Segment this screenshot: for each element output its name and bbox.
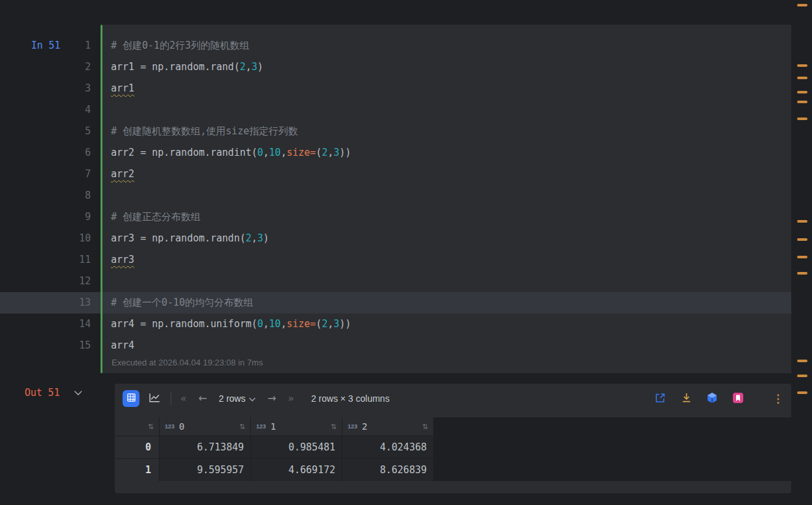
scrollbar-mark[interactable] [797,220,807,223]
code-line[interactable]: # 创建0-1的2行3列的随机数组 [111,35,351,56]
code-token: 0 [257,147,263,158]
sort-icon: ⇅ [239,423,245,431]
row-index[interactable]: 1 [115,459,159,481]
scrollbar-mark[interactable] [797,4,807,6]
export-download-button[interactable] [679,391,693,406]
output-panel: « ← 2 rows → » 2 rows × 3 columns [115,384,791,493]
line-number[interactable]: 14 [0,314,91,335]
table-view-button[interactable] [123,390,139,407]
line-number[interactable]: 6 [0,142,91,164]
sciview-button[interactable] [705,391,719,406]
scrollbar-mark[interactable] [797,256,807,258]
scrollbar-mark[interactable] [797,91,807,93]
code-token: arr1 = np.random.rand( [111,61,240,73]
code-line[interactable]: # 创建一个0-10的均匀分布数组 [111,292,351,314]
execution-status: Executed at 2026.04.04 19:23:08 in 7ms [112,358,263,367]
table-cell[interactable]: 0.985481 [251,436,342,458]
row-index[interactable]: 0 [115,436,159,458]
table-cell[interactable]: 9.595957 [160,459,250,481]
code-token: size= [287,318,316,330]
code-token: )) [339,147,351,158]
code-token: , [263,318,269,330]
scrollbar-mark[interactable] [797,238,807,241]
visualization-button[interactable] [731,391,745,406]
sort-icon: ⇅ [331,423,337,431]
line-number[interactable]: 2 [0,56,91,78]
code-line[interactable]: # 创建正态分布数组 [111,206,351,228]
line-number[interactable]: 8 [0,185,91,206]
sort-icon: ⇅ [422,423,428,431]
prev-page-button[interactable]: ← [198,393,207,404]
line-number[interactable]: 10 [0,228,91,249]
line-number[interactable]: 5 [0,121,91,142]
code-token: 10 [269,318,281,330]
line-number[interactable]: 7 [0,164,91,185]
column-header[interactable]: 1231⇅ [251,417,342,436]
page-size-select[interactable]: 2 rows [219,393,256,404]
column-name: 2 [362,421,367,432]
numeric-type-icon: 123 [348,423,357,430]
code-line[interactable]: arr3 = np.random.randn(2,3) [111,228,351,249]
code-line[interactable]: arr4 [111,335,351,356]
first-page-icon: « [180,392,187,404]
code-line[interactable]: arr2 = np.random.randint(0,10,size=(2,3)… [111,142,351,164]
last-page-button[interactable]: » [288,393,294,404]
line-number[interactable]: 4 [0,99,91,121]
table-cell[interactable]: 6.713849 [160,436,250,458]
index-column-header[interactable]: ⇅ [115,417,159,436]
code-token: 2 [240,61,246,73]
sort-icon: ⇅ [148,423,154,431]
table-cell[interactable]: 8.626839 [342,459,433,481]
scrollbar-mark[interactable] [797,64,807,67]
code-line[interactable]: # 创建随机整数数组,使用size指定行列数 [111,121,351,142]
line-number[interactable]: 3 [0,78,91,99]
code-line[interactable]: arr1 [111,78,351,99]
line-number[interactable]: 9 [0,206,91,228]
table-cell[interactable]: 4.024368 [342,436,433,458]
next-page-button[interactable]: → [267,393,276,404]
line-number[interactable]: 11 [0,249,91,271]
code-token: 2 [246,232,252,244]
code-token: arr2 [111,168,134,180]
code-line[interactable] [111,271,351,292]
code-token: 2 [322,318,328,330]
numeric-type-icon: 123 [165,423,174,430]
chart-view-button[interactable] [146,390,163,407]
code-token: , [328,318,333,330]
code-line[interactable] [111,99,351,121]
code-line[interactable] [111,185,351,206]
code-line[interactable]: arr1 = np.random.rand(2,3) [111,56,351,78]
code-line[interactable]: arr2 [111,164,351,185]
code-token: arr3 [111,254,134,265]
code-line[interactable]: arr4 = np.random.uniform(0,10,size=(2,3)… [111,314,351,335]
scrollbar-mark[interactable] [797,360,807,362]
column-header[interactable]: 1232⇅ [342,417,433,436]
line-number[interactable]: 15 [0,335,91,356]
code-token: # 创建0-1的2行3列的随机数组 [111,40,249,51]
code-token: ) [257,61,263,73]
collapse-output-button[interactable] [74,388,82,398]
code-token: # 创建一个0-10的均匀分布数组 [111,297,253,308]
scrollbar-mark[interactable] [797,391,807,394]
table-cell[interactable]: 4.669172 [251,459,342,481]
chevron-down-icon [249,393,256,404]
column-header[interactable]: 1230⇅ [160,417,250,436]
code-line[interactable]: arr3 [111,249,351,271]
scrollbar-mark[interactable] [797,117,807,120]
gutter-numbers: 123456789101112131415 [0,35,91,356]
line-number[interactable]: 12 [0,271,91,292]
scrollbar-mark[interactable] [797,272,807,275]
code-lines[interactable]: # 创建0-1的2行3列的随机数组arr1 = np.random.rand(2… [111,35,351,356]
line-number[interactable]: 13 [0,292,91,314]
line-number[interactable]: 1 [0,35,91,56]
scrollbar-mark[interactable] [797,375,807,377]
scrollbar-mark[interactable] [797,101,807,103]
code-token: , [252,232,257,244]
first-page-button[interactable]: « [180,393,187,404]
open-in-new-button[interactable] [653,391,667,406]
cube-icon [706,391,719,406]
code-token: arr4 = np.random.uniform( [111,318,257,330]
cell-menu-button[interactable]: ⋮ [772,392,783,406]
chevron-down-icon [74,388,82,398]
scrollbar-mark[interactable] [797,77,807,79]
